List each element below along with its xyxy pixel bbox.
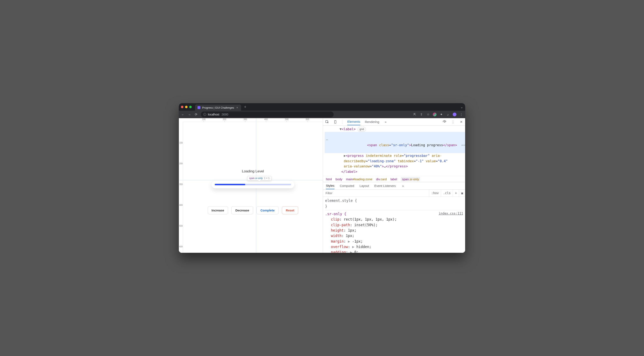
inspect-element-icon[interactable]	[325, 120, 329, 124]
rule-source-link[interactable]: index.css:111	[439, 211, 463, 216]
nav-toolbar: ← → ⟳ i localhost:3000 ⇱ ⇪ ☆ ✦ ♪ ⋮	[179, 111, 465, 118]
devtools-close-icon[interactable]: ✕	[459, 120, 463, 124]
progress-fill	[215, 184, 245, 185]
ruler-h-tick: 200	[223, 118, 226, 120]
back-button[interactable]: ←	[181, 113, 185, 116]
tab-elements[interactable]: Elements	[347, 118, 360, 125]
styles-filter-input[interactable]	[323, 190, 429, 197]
svg-rect-1	[334, 120, 336, 123]
devtools-tabbar: Elements Rendering » ⋮ ✕	[323, 118, 465, 126]
css-declaration[interactable]: clip-path: inset(50%);	[325, 222, 463, 228]
toggle-cls-button[interactable]: .cls	[441, 190, 453, 197]
tab-rendering[interactable]: Rendering	[365, 119, 379, 125]
ruler-v-tick: 300	[179, 183, 183, 186]
styles-tabbar: Styles Computed Layout Event Listeners »	[323, 182, 465, 190]
browser-tab[interactable]: Progress | GUI Challenges ×	[195, 104, 241, 111]
css-declaration[interactable]: padding: ▶ 0;	[325, 249, 463, 253]
ruler-h-tick: 500	[285, 118, 288, 120]
tabs-more-icon[interactable]: »	[384, 120, 388, 124]
dom-selected-node[interactable]: ⋯ <span class="sr-only">Loading progress…	[325, 132, 465, 153]
subtab-styles[interactable]: Styles	[326, 182, 334, 189]
crumb[interactable]: main#loading-zone	[346, 177, 372, 181]
ruler-v-tick: 600	[179, 246, 183, 248]
ruler-h-tick: 300	[244, 118, 247, 120]
title-bar: Progress | GUI Challenges × + ⌄	[179, 103, 465, 111]
svg-point-2	[444, 121, 445, 122]
forward-button[interactable]: →	[188, 113, 191, 116]
ruler-h-tick: 100	[202, 118, 206, 120]
share-icon[interactable]: ⇪	[420, 113, 423, 116]
crumb-selected[interactable]: span.sr-only	[401, 177, 420, 181]
crumb[interactable]: label	[390, 177, 397, 181]
url-port: :3000	[221, 113, 228, 116]
ruler-vertical: 100 200 300 400 500 600	[179, 122, 183, 253]
loading-label: Loading Level	[242, 169, 264, 173]
styles-pane[interactable]: element.style { } index.css:111 .sr-only…	[323, 197, 465, 253]
ruler-v-tick: 500	[179, 225, 183, 227]
tab-close-icon[interactable]: ×	[236, 106, 238, 109]
window-controls	[181, 106, 192, 108]
extension-a-icon[interactable]	[433, 113, 436, 116]
progress-bar	[212, 181, 294, 188]
settings-gear-icon[interactable]	[443, 120, 446, 124]
dom-breadcrumbs[interactable]: html body main#loading-zone div.card lab…	[323, 176, 465, 182]
address-bar[interactable]: i localhost:3000	[201, 112, 334, 117]
subtabs-more-icon[interactable]: »	[401, 184, 405, 188]
extensions-puzzle-icon[interactable]: ✦	[440, 113, 443, 116]
browser-menu-icon[interactable]: ⋮	[459, 113, 463, 116]
css-declaration[interactable]: margin: ▶ -1px;	[325, 239, 463, 244]
tooltip-dimensions: 1 × 1	[264, 177, 270, 180]
tab-title: Progress | GUI Challenges	[202, 106, 234, 109]
css-declaration[interactable]: width: 1px;	[325, 233, 463, 238]
inspected-page: 100 200 300 400 500 600 700 100 200 300 …	[179, 118, 323, 253]
crumb[interactable]: div.card	[376, 177, 387, 181]
site-info-icon[interactable]: i	[203, 113, 206, 116]
reset-button[interactable]: Reset	[282, 206, 298, 214]
reload-button[interactable]: ⟳	[194, 113, 198, 116]
ruler-v-tick: 400	[179, 204, 183, 206]
subtab-computed[interactable]: Computed	[340, 184, 354, 188]
crumb[interactable]: html	[326, 177, 332, 181]
increase-button[interactable]: Increase	[208, 206, 228, 214]
browser-window: Progress | GUI Challenges × + ⌄ ← → ⟳ i …	[179, 103, 465, 253]
open-external-icon[interactable]: ⇱	[413, 113, 416, 116]
devtools-menu-icon[interactable]: ⋮	[451, 120, 455, 124]
ruler-v-tick: 200	[179, 162, 183, 165]
css-declaration[interactable]: clip: rect(1px, 1px, 1px, 1px);	[325, 217, 463, 222]
inspect-tooltip: span.sr-only 1 × 1	[247, 176, 272, 181]
dom-tree[interactable]: ▼<label> grid ⋯ <span class="sr-only">Lo…	[323, 126, 465, 176]
device-toolbar-icon[interactable]	[334, 120, 337, 124]
media-controls-icon[interactable]: ♪	[446, 113, 450, 116]
tabs-overflow-icon[interactable]: ⌄	[460, 105, 463, 109]
tab-favicon-icon	[198, 106, 200, 109]
css-declaration[interactable]: overflow: ▶ hidden;	[325, 244, 463, 249]
decrease-button[interactable]: Decrease	[231, 206, 253, 214]
progress-track	[215, 184, 291, 185]
close-window-icon[interactable]	[181, 106, 184, 108]
complete-button[interactable]: Complete	[256, 206, 278, 214]
new-tab-button[interactable]: +	[244, 105, 246, 109]
page-stage: Loading Level Increase Decrease Complete…	[183, 122, 323, 253]
content-split: 100 200 300 400 500 600 700 100 200 300 …	[179, 118, 465, 253]
url-host: localhost	[208, 113, 219, 116]
subtab-listeners[interactable]: Event Listeners	[374, 184, 396, 188]
dom-overflow-icon[interactable]: ⋯	[326, 137, 328, 142]
zoom-window-icon[interactable]	[189, 106, 192, 108]
styles-pane-menu-icon[interactable]: ▣	[459, 190, 465, 197]
styles-filter-bar: :hov .cls + ▣	[323, 190, 465, 197]
tooltip-selector: span.sr-only	[249, 177, 263, 180]
subtab-layout[interactable]: Layout	[360, 184, 369, 188]
crumb[interactable]: body	[336, 177, 342, 181]
ruler-h-tick: 400	[264, 118, 268, 120]
css-declaration[interactable]: height: 1px;	[325, 228, 463, 233]
bookmark-icon[interactable]: ☆	[426, 113, 430, 116]
toggle-hov-button[interactable]: :hov	[429, 190, 441, 197]
ruler-h-tick: 600	[306, 118, 309, 120]
new-rule-button[interactable]: +	[453, 190, 459, 197]
devtools-panel: Elements Rendering » ⋮ ✕ ▼<label> grid ⋯…	[323, 118, 465, 253]
ruler-v-tick: 100	[179, 142, 183, 144]
profile-avatar-icon[interactable]	[453, 113, 456, 116]
minimize-window-icon[interactable]	[185, 106, 188, 108]
ruler-horizontal: 100 200 300 400 500 600 700	[183, 118, 323, 122]
button-row: Increase Decrease Complete Reset	[208, 206, 298, 214]
